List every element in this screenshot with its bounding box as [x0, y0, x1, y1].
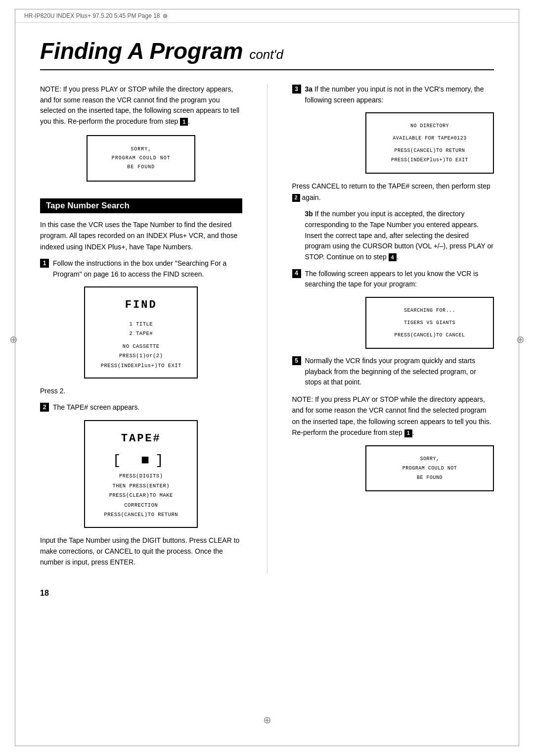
step-3a-item: 3 3a If the number you input is not in t… [292, 84, 494, 105]
step-5-item: 5 Normally the VCR finds your program qu… [292, 356, 494, 388]
right-note2: NOTE: If you press PLAY or STOP while th… [292, 394, 494, 438]
sorry-line1: SORRY, [99, 145, 182, 154]
step4-num: 4 [292, 269, 301, 278]
content-area: Finding A Program cont'd NOTE: If you pr… [15, 23, 519, 622]
step4-ref-icon: 4 [389, 253, 397, 261]
step3a-label: 3a [305, 85, 313, 93]
nodir-line1: NO DIRECTORY [376, 121, 483, 131]
page-number: 18 [40, 589, 494, 598]
searching-line5: PRESS(CANCEL)TO CANCEL [376, 331, 483, 340]
press-text: Press 2. [40, 385, 242, 396]
sorry-screen-2: SORRY, PROGRAM COULD NOT BE FOUND [365, 445, 494, 491]
tape-line3: PRESS(CLEAR)TO MAKE [97, 491, 185, 500]
step1-ref-icon2: 1 [404, 429, 412, 437]
header-crosshair-icon: ⊕ [163, 12, 168, 19]
step4-text: The following screen appears to let you … [305, 269, 494, 290]
section-body-text: In this case the VCR uses the Tape Numbe… [40, 219, 242, 252]
left-column: NOTE: If you press PLAY or STOP while th… [40, 84, 242, 574]
step3-num: 3 [292, 85, 301, 94]
title-sub: cont'd [249, 47, 283, 62]
find-screen: FIND 1 TITLE 2 TAPE# NO CASSETTE PRESS(1… [84, 286, 198, 378]
step2-num: 2 [40, 403, 49, 412]
nodir-line3: AVAILABLE FOR TAPE#0123 [376, 134, 483, 143]
find-title: FIND [97, 295, 185, 316]
tape-title: TAPE# [97, 429, 185, 449]
searching-line3: TIGERS VS GIANTS [376, 318, 483, 328]
step-4-item: 4 The following screen appears to let yo… [292, 269, 494, 290]
right-column: 3 3a If the number you input is not in t… [292, 84, 494, 574]
right-crosshair-icon: ⊕ [516, 333, 525, 345]
sorry2-line2: PROGRAM COULD NOT [376, 464, 483, 473]
find-line4: NO CASSETTE [97, 342, 185, 351]
step1-text: Follow the instructions in the box under… [53, 258, 242, 280]
step3b-label: 3b [305, 210, 313, 218]
sorry2-line3: BE FOUND [376, 473, 483, 482]
cancel-note: Press CANCEL to return to the TAPE# scre… [292, 181, 494, 203]
step1-num: 1 [40, 259, 49, 268]
find-line1: 1 TITLE [97, 320, 185, 329]
step3a-text: If the number you input is not in the VC… [305, 85, 484, 104]
step-1-item: 1 Follow the instructions in the box und… [40, 258, 242, 280]
step2-ref-icon: 2 [292, 194, 300, 202]
input-note-text: Input the Tape Number using the DIGIT bu… [40, 535, 242, 568]
find-line2: 2 TAPE# [97, 329, 185, 338]
two-column-layout: NOTE: If you press PLAY or STOP while th… [40, 84, 494, 574]
left-crosshair-icon: ⊕ [9, 333, 18, 345]
tape-line2: THEN PRESS(ENTER) [97, 481, 185, 491]
step3b-text: If the number you input is accepted, the… [305, 210, 493, 261]
nodir-line5: PRESS(CANCEL)TO RETURN [376, 146, 483, 155]
step2-text: The TAPE# screen appears. [53, 402, 139, 413]
nodir-line6: PRESS(INDEXPlus+)TO EXIT [376, 155, 483, 165]
step-3b-item: 3b If the number you input is accepted, … [292, 209, 494, 262]
tape-line4: CORRECTION [97, 501, 185, 510]
tape-screen: TAPE# [ ■] PRESS(DIGITS) THEN PRESS(ENTE… [84, 420, 198, 527]
step5-num: 5 [292, 356, 301, 365]
find-line5: PRESS(1)or(2) [97, 351, 185, 361]
bottom-crosshair-icon: ⊕ [263, 714, 271, 726]
left-note1: NOTE: If you press PLAY or STOP while th… [40, 84, 242, 127]
sorry-line2: PROGRAM COULD NOT [99, 154, 182, 163]
title-main: Finding A Program [40, 38, 243, 64]
section-header-tape-number-search: Tape Number Search [40, 198, 242, 213]
no-directory-screen: NO DIRECTORY AVAILABLE FOR TAPE#0123 PRE… [365, 112, 494, 174]
sorry2-line1: SORRY, [376, 454, 483, 464]
searching-screen: SEARCHING FOR... TIGERS VS GIANTS PRESS(… [365, 297, 494, 349]
step1-ref-icon: 1 [180, 118, 188, 126]
column-divider [267, 84, 267, 574]
tape-bracket: [ ■] [97, 452, 185, 469]
tape-line5: PRESS(CANCEL)TO RETURN [97, 510, 185, 520]
sorry-line3: BE FOUND [99, 163, 182, 172]
page-border: HR-IP820U INDEX Plus+ 97.5.20 5:45 PM Pa… [15, 9, 519, 746]
step-2-item: 2 The TAPE# screen appears. [40, 402, 242, 413]
tape-line1: PRESS(DIGITS) [97, 472, 185, 481]
searching-line1: SEARCHING FOR... [376, 306, 483, 315]
header-bar: HR-IP820U INDEX Plus+ 97.5.20 5:45 PM Pa… [15, 9, 519, 23]
sorry-screen-1: SORRY, PROGRAM COULD NOT BE FOUND [87, 135, 195, 182]
find-line6: PRESS(INDEXPlus+)TO EXIT [97, 361, 185, 371]
page-title: Finding A Program cont'd [40, 38, 494, 70]
step5-text: Normally the VCR finds your program quic… [305, 356, 494, 388]
header-text: HR-IP820U INDEX Plus+ 97.5.20 5:45 PM Pa… [24, 12, 160, 19]
